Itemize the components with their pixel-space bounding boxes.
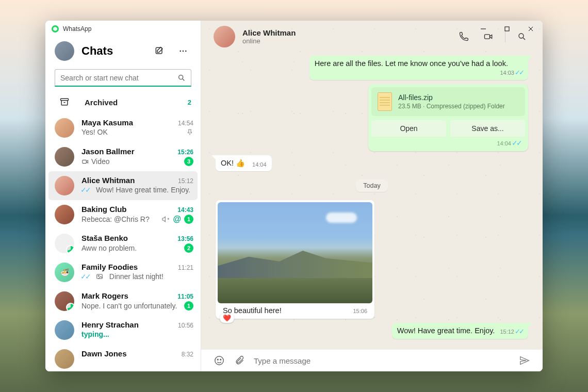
message-time: 14:04: [252, 161, 267, 168]
archived-count: 2: [188, 99, 191, 106]
voice-call-button[interactable]: [455, 28, 472, 45]
chat-preview: ✓✓ Dinner last night!: [81, 272, 164, 281]
chat-time: 14:43: [177, 206, 193, 214]
more-menu-button[interactable]: [175, 43, 191, 59]
chat-item-henry[interactable]: Henry Strachan10:56 typing...: [45, 316, 201, 345]
ellipsis-icon: [178, 46, 188, 56]
message-input[interactable]: [254, 356, 510, 365]
message-text: OK! 👍: [221, 159, 245, 167]
emoji-icon: [214, 355, 225, 366]
message-time: 14:03 ✓✓: [500, 69, 523, 76]
pin-icon: [186, 128, 193, 136]
archived-label: Archived: [85, 98, 177, 107]
archived-row[interactable]: Archived 2: [45, 91, 201, 113]
my-avatar[interactable]: [55, 41, 74, 61]
chat-time: 13:56: [177, 235, 193, 242]
close-button[interactable]: [519, 21, 543, 37]
video-icon: [81, 158, 89, 166]
muted-icon: [161, 215, 170, 223]
sidebar-title: Chats: [81, 44, 144, 58]
chat-time: 11:05: [177, 293, 193, 300]
photo-icon: [96, 273, 103, 280]
svg-rect-6: [83, 160, 87, 163]
chat-time: 10:56: [178, 322, 193, 329]
file-attachment[interactable]: All-files.zip 23.5 MB · Compressed (zipp…: [371, 87, 525, 116]
chat-preview: ✓✓ Wow! Have great time. Enjoy.: [81, 186, 190, 194]
avatar: [55, 205, 74, 224]
chat-time: 15:26: [177, 149, 193, 156]
file-name: All-files.zip: [398, 93, 519, 102]
save-file-button[interactable]: Save as...: [450, 120, 525, 137]
compose-icon: [154, 46, 165, 56]
app-titlebar: WhatsApp: [45, 21, 201, 37]
whatsapp-logo-icon: [52, 25, 59, 32]
phone-icon: [459, 31, 469, 42]
message-time: 14:04 ✓✓: [371, 137, 525, 148]
chat-item-mark[interactable]: Mark Rogers11:05 Nope. I can't go unfort…: [45, 287, 201, 316]
emoji-button[interactable]: [214, 355, 225, 366]
photo-thumbnail[interactable]: [218, 202, 372, 303]
send-icon: [519, 355, 530, 366]
svg-rect-9: [505, 27, 509, 31]
read-ticks-icon: ✓✓: [515, 69, 523, 76]
chat-name: Dawn Jones: [81, 349, 127, 358]
unread-badge: 1: [184, 215, 193, 224]
unread-badge: 2: [184, 243, 193, 253]
chat-preview: Video: [81, 157, 110, 166]
read-ticks-icon: ✓✓: [81, 186, 90, 194]
chat-name: Alice Whitman: [81, 176, 135, 185]
open-file-button[interactable]: Open: [371, 120, 446, 137]
chat-item-alice[interactable]: Alice Whitman15:12 ✓✓ Wow! Have great ti…: [48, 171, 198, 200]
chat-name: Henry Strachan: [81, 320, 139, 329]
new-chat-button[interactable]: [151, 43, 168, 59]
zip-file-icon: [378, 92, 392, 111]
chat-preview: Yes! OK: [81, 128, 108, 136]
chat-item-maya[interactable]: Maya Kasuma14:54 Yes! OK: [45, 113, 201, 142]
chat-item-dawn[interactable]: Dawn Jones8:32: [45, 345, 201, 371]
message-composer: [201, 349, 543, 371]
chat-item-stasa[interactable]: Staša Benko13:56 Aww no problem. 2: [45, 229, 201, 258]
chat-name: Maya Kasuma: [81, 118, 133, 127]
avatar: [55, 234, 74, 253]
unread-badge: 3: [184, 157, 193, 166]
message-out[interactable]: Wow! Have great time. Enjoy. 15:12 ✓✓: [392, 323, 528, 339]
avatar: [55, 176, 74, 195]
svg-point-14: [220, 359, 221, 360]
reaction-badge[interactable]: ❤️: [220, 313, 234, 323]
maximize-button[interactable]: [495, 21, 519, 37]
attach-button[interactable]: [234, 355, 244, 366]
contact-info[interactable]: Alice Whitman online: [242, 28, 448, 45]
avatar: [55, 320, 74, 340]
chat-time: 14:54: [178, 120, 193, 127]
chat-preview: typing...: [81, 330, 109, 338]
chat-item-jason[interactable]: Jason Ballmer15:26 Video 3: [45, 142, 201, 171]
photo-message[interactable]: So beautiful here! 15:06 ❤️: [216, 200, 374, 319]
messages-container[interactable]: Here are all the files. Let me know once…: [201, 53, 543, 349]
read-ticks-icon: ✓✓: [515, 328, 523, 335]
search-icon: [177, 74, 186, 82]
message-time: 15:06: [353, 308, 367, 314]
send-button[interactable]: [519, 355, 530, 366]
message-text: Wow! Have great time. Enjoy.: [397, 326, 495, 335]
search-input[interactable]: [60, 74, 173, 82]
chat-preview: Rebecca: @Chris R?: [81, 215, 150, 223]
chat-item-family-foodies[interactable]: 🍜 Family Foodies11:21 ✓✓ Dinner last nig…: [45, 258, 201, 287]
message-in[interactable]: OK! 👍 14:04: [216, 155, 272, 171]
chat-time: 11:21: [178, 264, 193, 271]
svg-point-8: [98, 275, 99, 276]
avatar: [55, 349, 74, 369]
chat-time: 15:12: [178, 177, 193, 185]
contact-status: online: [242, 37, 448, 45]
chat-list[interactable]: Maya Kasuma14:54 Yes! OK Jason Ballmer15…: [45, 113, 201, 371]
avatar: [55, 118, 74, 138]
file-message[interactable]: All-files.zip 23.5 MB · Compressed (zipp…: [368, 84, 528, 151]
chat-name: Staša Benko: [81, 234, 128, 242]
contact-avatar[interactable]: [214, 26, 235, 47]
chat-item-baking-club[interactable]: Baking Club14:43 Rebecca: @Chris R? @ 1: [45, 200, 201, 229]
chat-name: Baking Club: [81, 205, 127, 214]
message-out[interactable]: Here are all the files. Let me know once…: [309, 56, 528, 80]
search-box[interactable]: [55, 69, 191, 87]
minimize-button[interactable]: [471, 21, 495, 37]
svg-rect-5: [61, 99, 69, 100]
chat-name: Mark Rogers: [81, 291, 128, 300]
